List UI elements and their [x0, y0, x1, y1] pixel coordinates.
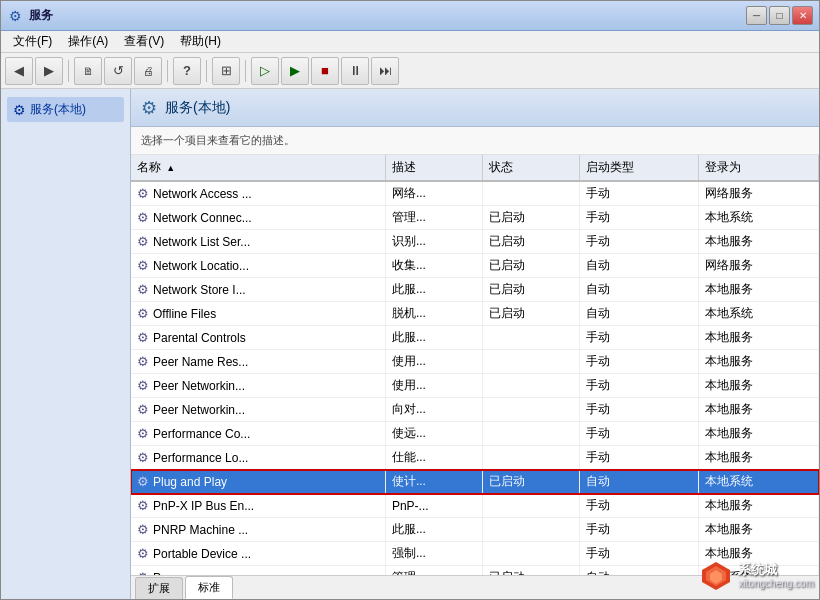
- table-row[interactable]: ⚙Network Connec...管理...已启动手动本地系统: [131, 206, 819, 230]
- table-row[interactable]: ⚙Network Locatio...收集...已启动自动网络服务: [131, 254, 819, 278]
- service-status-cell: [483, 422, 579, 446]
- restore-button[interactable]: □: [769, 6, 790, 25]
- service-startup-cell: 手动: [579, 422, 699, 446]
- table-row[interactable]: ⚙Parental Controls此服...手动本地服务: [131, 326, 819, 350]
- service-startup-cell: 手动: [579, 326, 699, 350]
- tab-extend[interactable]: 扩展: [135, 577, 183, 599]
- service-gear-icon: ⚙: [137, 570, 149, 575]
- menu-bar: 文件(F) 操作(A) 查看(V) 帮助(H): [1, 31, 819, 53]
- service-desc-cell: 管理...: [385, 566, 483, 576]
- table-row[interactable]: ⚙PnP-X IP Bus En...PnP-...手动本地服务: [131, 494, 819, 518]
- col-startup[interactable]: 启动类型: [579, 155, 699, 181]
- service-startup-cell: 自动: [579, 566, 699, 576]
- service-name-cell: ⚙Network Locatio...: [131, 254, 385, 278]
- table-row[interactable]: ⚙Plug and Play使计...已启动自动本地系统: [131, 470, 819, 494]
- folder-button[interactable]: 🗎: [74, 57, 102, 85]
- service-gear-icon: ⚙: [137, 378, 149, 393]
- table-header-row: 名称 ▲ 描述 状态 启动类型: [131, 155, 819, 181]
- table-row[interactable]: ⚙Performance Lo...仕能...手动本地服务: [131, 446, 819, 470]
- service-desc-cell: 使计...: [385, 470, 483, 494]
- service-name-text: PnP-X IP Bus En...: [153, 499, 254, 513]
- service-desc-cell: 此服...: [385, 518, 483, 542]
- window-icon: ⚙: [7, 8, 23, 24]
- table-row[interactable]: ⚙Network Store I...此服...已启动自动本地服务: [131, 278, 819, 302]
- service-startup-cell: 手动: [579, 398, 699, 422]
- pause-button[interactable]: ⏸: [341, 57, 369, 85]
- service-name-text: Network Connec...: [153, 211, 252, 225]
- service-name-cell: ⚙Peer Networkin...: [131, 374, 385, 398]
- forward-button[interactable]: ▶: [35, 57, 63, 85]
- service-desc-cell: 识别...: [385, 230, 483, 254]
- table-row[interactable]: ⚙Performance Co...使远...手动本地服务: [131, 422, 819, 446]
- description-text: 选择一个项目来查看它的描述。: [141, 134, 295, 146]
- back-button[interactable]: ◀: [5, 57, 33, 85]
- col-name[interactable]: 名称 ▲: [131, 155, 385, 181]
- service-logon-cell: 本地服务: [699, 350, 819, 374]
- service-desc-cell: 仕能...: [385, 446, 483, 470]
- service-name-cell: ⚙Peer Networkin...: [131, 398, 385, 422]
- sidebar-item-local-services[interactable]: ⚙ 服务(本地): [7, 97, 124, 122]
- menu-file[interactable]: 文件(F): [5, 31, 60, 52]
- service-startup-cell: 自动: [579, 278, 699, 302]
- stop-button[interactable]: ■: [311, 57, 339, 85]
- service-name-text: Peer Networkin...: [153, 379, 245, 393]
- service-startup-cell: 手动: [579, 446, 699, 470]
- service-desc-cell: 使用...: [385, 374, 483, 398]
- print-button[interactable]: 🖨: [134, 57, 162, 85]
- service-startup-cell: 手动: [579, 206, 699, 230]
- col-desc[interactable]: 描述: [385, 155, 483, 181]
- service-name-text: Network Access ...: [153, 187, 252, 201]
- service-name-text: Portable Device ...: [153, 547, 251, 561]
- service-desc-cell: 此服...: [385, 278, 483, 302]
- menu-help[interactable]: 帮助(H): [172, 31, 229, 52]
- table-row[interactable]: ⚙Network Access ...网络...手动网络服务: [131, 181, 819, 206]
- service-name-text: Network Store I...: [153, 283, 246, 297]
- play-button[interactable]: ▷: [251, 57, 279, 85]
- service-name-text: Network Locatio...: [153, 259, 249, 273]
- service-desc-cell: 网络...: [385, 181, 483, 206]
- service-status-cell: [483, 181, 579, 206]
- service-status-cell: [483, 326, 579, 350]
- services-icon: ⚙: [13, 102, 26, 118]
- service-name-text: Power: [153, 571, 187, 576]
- services-table-container[interactable]: 名称 ▲ 描述 状态 启动类型: [131, 155, 819, 575]
- col-logon[interactable]: 登录为: [699, 155, 819, 181]
- table-row[interactable]: ⚙Offline Files脱机...已启动自动本地系统: [131, 302, 819, 326]
- service-logon-cell: 本地系统: [699, 206, 819, 230]
- close-button[interactable]: ✕: [792, 6, 813, 25]
- service-startup-cell: 手动: [579, 181, 699, 206]
- menu-action[interactable]: 操作(A): [60, 31, 116, 52]
- service-startup-cell: 手动: [579, 230, 699, 254]
- service-startup-cell: 手动: [579, 542, 699, 566]
- watermark-site-name: 系统城: [738, 562, 814, 578]
- table-row[interactable]: ⚙Peer Networkin...向对...手动本地服务: [131, 398, 819, 422]
- col-status[interactable]: 状态: [483, 155, 579, 181]
- watermark-logo: [698, 558, 734, 594]
- table-row[interactable]: ⚙Peer Networkin...使用...手动本地服务: [131, 374, 819, 398]
- window-controls: ─ □ ✕: [746, 6, 813, 25]
- service-logon-cell: 网络服务: [699, 181, 819, 206]
- play2-button[interactable]: ▶: [281, 57, 309, 85]
- tab-standard[interactable]: 标准: [185, 576, 233, 599]
- grid-button[interactable]: ⊞: [212, 57, 240, 85]
- service-name-cell: ⚙Performance Co...: [131, 422, 385, 446]
- service-gear-icon: ⚙: [137, 402, 149, 417]
- refresh-button[interactable]: ↺: [104, 57, 132, 85]
- menu-view[interactable]: 查看(V): [116, 31, 172, 52]
- service-logon-cell: 本地服务: [699, 326, 819, 350]
- service-name-cell: ⚙Portable Device ...: [131, 542, 385, 566]
- service-name-text: PNRP Machine ...: [153, 523, 248, 537]
- service-gear-icon: ⚙: [137, 234, 149, 249]
- service-gear-icon: ⚙: [137, 498, 149, 513]
- service-gear-icon: ⚙: [137, 210, 149, 225]
- service-name-cell: ⚙PNRP Machine ...: [131, 518, 385, 542]
- table-row[interactable]: ⚙PNRP Machine ...此服...手动本地服务: [131, 518, 819, 542]
- service-startup-cell: 自动: [579, 470, 699, 494]
- table-row[interactable]: ⚙Peer Name Res...使用...手动本地服务: [131, 350, 819, 374]
- table-row[interactable]: ⚙Network List Ser...识别...已启动手动本地服务: [131, 230, 819, 254]
- minimize-button[interactable]: ─: [746, 6, 767, 25]
- restart-button[interactable]: ⏭: [371, 57, 399, 85]
- toolbar-separator-4: [245, 60, 246, 82]
- help-button[interactable]: ?: [173, 57, 201, 85]
- service-gear-icon: ⚙: [137, 522, 149, 537]
